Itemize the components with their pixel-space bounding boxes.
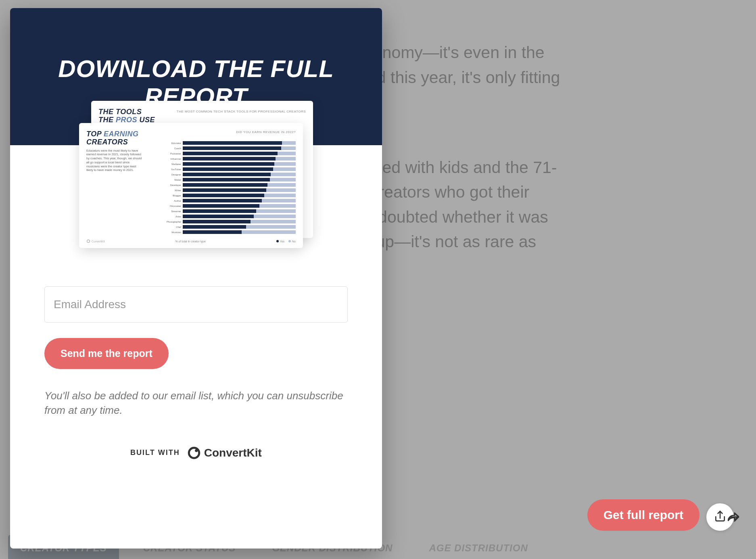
bar-row: Author (167, 199, 296, 202)
bar-row: YouTuber (167, 167, 296, 171)
bar-row: Writer (167, 188, 296, 192)
bar-row: Coach (167, 146, 296, 150)
bar-row: Maker (167, 178, 296, 181)
bar-row: Blogger (167, 194, 296, 197)
svg-point-3 (189, 448, 199, 458)
download-report-modal: DOWNLOAD THE FULL REPORT THE TOOLS THE P… (10, 8, 382, 549)
convertkit-logo: ConvertKit (187, 446, 262, 460)
bar-row: Designer (167, 173, 296, 176)
card-front-description: Educators were the most likely to have e… (86, 149, 143, 173)
bar-row: Developer (167, 183, 296, 187)
report-preview-image: THE TOOLS THE PROS USE THE MOST COMMON T… (75, 101, 317, 270)
bar-row: Marketer (167, 162, 296, 166)
bar-row: Musician (167, 230, 296, 234)
revenue-bar-chart: EducatorCoachPodcasterInfluencerMarketer… (167, 141, 296, 234)
bar-row: Chef (167, 225, 296, 229)
share-button[interactable] (706, 503, 734, 531)
preview-card-front: TOP EARNING CREATORS Educators were the … (79, 123, 303, 248)
bar-row: Influencer (167, 157, 296, 161)
convertkit-logo-small: ConvertKit (86, 239, 105, 243)
svg-point-4 (195, 449, 198, 452)
bar-row: Educator (167, 141, 296, 145)
bar-row: Filmmaker (167, 204, 296, 208)
bar-row: Podcaster (167, 152, 296, 155)
modal-body: Send me the report You'll also be added … (10, 270, 382, 472)
email-field[interactable] (44, 286, 348, 323)
get-full-report-button[interactable]: Get full report (587, 499, 700, 531)
convertkit-icon (187, 446, 201, 460)
bar-row: Artist (167, 215, 296, 218)
bar-row: Photographer (167, 220, 296, 223)
bar-row: Streamer (167, 209, 296, 213)
card-front-chart-question: DID YOU EARN REVENUE IN 2022? (236, 130, 296, 134)
built-with-attribution[interactable]: BUILT WITH ConvertKit (44, 446, 348, 460)
card-back-subtitle: THE MOST COMMON TECH STACK TOOLS FOR PRO… (177, 110, 306, 113)
built-with-label: BUILT WITH (130, 448, 180, 457)
share-icon (714, 510, 727, 524)
send-report-button[interactable]: Send me the report (44, 338, 169, 369)
x-axis-label: % of total in creator type (175, 240, 205, 243)
svg-point-2 (87, 240, 90, 243)
email-disclaimer: You'll also be added to our email list, … (44, 388, 348, 418)
chart-legend: Yes No (276, 240, 296, 243)
card-back-title-1: THE TOOLS (98, 108, 155, 116)
